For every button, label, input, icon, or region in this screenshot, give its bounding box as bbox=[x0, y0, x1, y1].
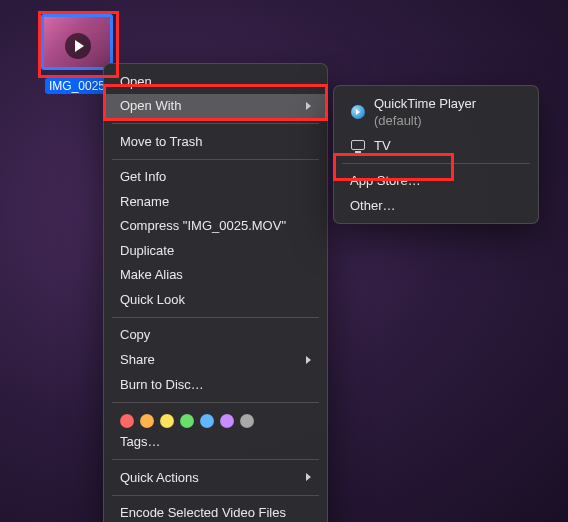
submenu-quicktime[interactable]: QuickTime Player (default) bbox=[334, 91, 538, 133]
separator bbox=[112, 402, 319, 403]
menu-copy[interactable]: Copy bbox=[104, 323, 327, 348]
menu-tags[interactable]: Tags… bbox=[104, 430, 327, 455]
separator bbox=[112, 495, 319, 496]
menu-encode-label: Encode Selected Video Files bbox=[120, 504, 286, 522]
tag-color-dot[interactable] bbox=[140, 414, 154, 428]
file-name-label: IMG_0025 bbox=[45, 78, 109, 94]
tag-color-dot[interactable] bbox=[180, 414, 194, 428]
menu-quick-look[interactable]: Quick Look bbox=[104, 287, 327, 312]
menu-quick-actions-label: Quick Actions bbox=[120, 469, 199, 487]
menu-get-info-label: Get Info bbox=[120, 168, 166, 186]
tag-color-dot[interactable] bbox=[120, 414, 134, 428]
menu-tags-label: Tags… bbox=[120, 433, 160, 451]
menu-trash-label: Move to Trash bbox=[120, 133, 202, 151]
separator bbox=[112, 123, 319, 124]
submenu-other-label: Other… bbox=[350, 197, 396, 215]
open-with-submenu: QuickTime Player (default) TV App Store…… bbox=[333, 85, 539, 224]
tag-color-dot[interactable] bbox=[240, 414, 254, 428]
tag-color-dot[interactable] bbox=[220, 414, 234, 428]
menu-rename-label: Rename bbox=[120, 193, 169, 211]
menu-encode[interactable]: Encode Selected Video Files bbox=[104, 501, 327, 522]
menu-duplicate-label: Duplicate bbox=[120, 242, 174, 260]
separator bbox=[112, 159, 319, 160]
menu-compress[interactable]: Compress "IMG_0025.MOV" bbox=[104, 214, 327, 239]
menu-quick-actions[interactable]: Quick Actions bbox=[104, 465, 327, 490]
submenu-tv[interactable]: TV bbox=[334, 133, 538, 158]
context-menu: Open Open With Move to Trash Get Info Re… bbox=[103, 63, 328, 522]
tv-icon bbox=[350, 137, 366, 153]
menu-burn-label: Burn to Disc… bbox=[120, 376, 204, 394]
chevron-right-icon bbox=[306, 102, 311, 110]
submenu-app-store-label: App Store… bbox=[350, 172, 421, 190]
tag-color-dot[interactable] bbox=[160, 414, 174, 428]
menu-move-to-trash[interactable]: Move to Trash bbox=[104, 129, 327, 154]
menu-open[interactable]: Open bbox=[104, 69, 327, 94]
submenu-tv-label: TV bbox=[374, 137, 391, 155]
submenu-quicktime-label: QuickTime Player (default) bbox=[374, 95, 522, 130]
default-suffix: (default) bbox=[374, 113, 422, 128]
menu-quick-look-label: Quick Look bbox=[120, 291, 185, 309]
menu-share-label: Share bbox=[120, 351, 155, 369]
chevron-right-icon bbox=[306, 473, 311, 481]
tag-color-dot[interactable] bbox=[200, 414, 214, 428]
menu-duplicate[interactable]: Duplicate bbox=[104, 238, 327, 263]
menu-open-with-label: Open With bbox=[120, 97, 181, 115]
separator bbox=[112, 317, 319, 318]
menu-open-label: Open bbox=[120, 73, 152, 91]
quicktime-icon bbox=[350, 104, 366, 120]
tag-colors-row bbox=[104, 408, 327, 430]
menu-get-info[interactable]: Get Info bbox=[104, 165, 327, 190]
menu-share[interactable]: Share bbox=[104, 347, 327, 372]
chevron-right-icon bbox=[306, 356, 311, 364]
separator bbox=[112, 459, 319, 460]
separator bbox=[342, 163, 530, 164]
quicktime-text: QuickTime Player bbox=[374, 96, 476, 111]
submenu-app-store[interactable]: App Store… bbox=[334, 169, 538, 194]
menu-make-alias-label: Make Alias bbox=[120, 266, 183, 284]
menu-rename[interactable]: Rename bbox=[104, 189, 327, 214]
menu-compress-label: Compress "IMG_0025.MOV" bbox=[120, 217, 286, 235]
menu-burn[interactable]: Burn to Disc… bbox=[104, 372, 327, 397]
menu-make-alias[interactable]: Make Alias bbox=[104, 263, 327, 288]
video-thumbnail bbox=[41, 14, 113, 70]
menu-open-with[interactable]: Open With bbox=[104, 94, 327, 119]
play-icon bbox=[65, 33, 91, 59]
menu-copy-label: Copy bbox=[120, 326, 150, 344]
submenu-other[interactable]: Other… bbox=[334, 193, 538, 218]
